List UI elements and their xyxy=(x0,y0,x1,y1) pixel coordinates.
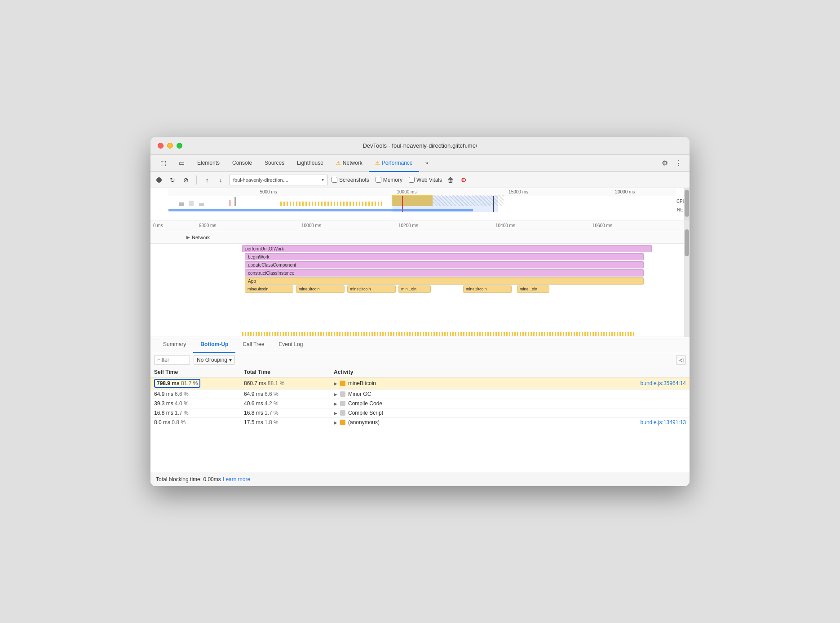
activity-name: Compile Code xyxy=(348,400,382,407)
tab-device[interactable]: ▭ xyxy=(172,155,191,172)
flame-mineBitcoin-4[interactable]: min...oin xyxy=(398,285,431,293)
tab-bar: ⬚ ▭ Elements Console Sources Lighthouse … xyxy=(150,155,690,172)
sub-tab-bar: Summary Bottom-Up Call Tree Event Log xyxy=(150,337,690,353)
expand-icon[interactable]: ▶ xyxy=(334,392,337,397)
memory-input[interactable] xyxy=(376,177,381,183)
capture-settings-icon[interactable]: ⚙ xyxy=(459,175,469,185)
collapse-button[interactable]: ◁ xyxy=(676,355,686,365)
table-row: 39.3 ms 4.0 %40.6 ms 4.2 % ▶ Compile Cod… xyxy=(150,399,690,408)
total-time-cell: 17.5 ms 1.8 % xyxy=(240,418,330,427)
self-time-cell: 798.9 ms 81.7 % xyxy=(150,377,240,390)
bottom-panel: Summary Bottom-Up Call Tree Event Log No… xyxy=(150,337,690,472)
tab-more[interactable]: » xyxy=(419,155,435,172)
activity-name: Compile Script xyxy=(348,410,383,416)
grouping-select[interactable]: No Grouping ▾ xyxy=(194,355,235,365)
more-options-icon[interactable]: ⋮ xyxy=(672,159,686,167)
screenshots-input[interactable] xyxy=(332,177,337,183)
memory-checkbox[interactable]: Memory xyxy=(376,177,402,183)
tab-call-tree[interactable]: Call Tree xyxy=(235,337,271,353)
screenshots-checkbox[interactable]: Screenshots xyxy=(332,177,369,183)
title-bar: DevTools - foul-heavenly-direction.glitc… xyxy=(150,137,690,155)
record-button[interactable] xyxy=(154,175,164,185)
traffic-lights xyxy=(158,143,182,149)
flame-row-5: App xyxy=(150,277,690,285)
tab-console[interactable]: Console xyxy=(226,155,258,172)
expand-icon[interactable]: ▶ xyxy=(334,381,337,386)
reload-button[interactable]: ↻ xyxy=(168,175,177,185)
source-link[interactable]: bundle.js:35964:14 xyxy=(641,380,686,386)
webvitals-input[interactable] xyxy=(409,177,415,183)
tab-elements[interactable]: Elements xyxy=(191,155,226,172)
tab-performance[interactable]: ⚠ Performance xyxy=(369,155,419,172)
flame-constructClassInstance[interactable]: constructClassInstance xyxy=(245,269,644,276)
status-bar: Total blocking time: 0.00ms Learn more xyxy=(150,472,690,486)
time-0ms: 0 ms xyxy=(153,223,163,228)
upload-button[interactable]: ↑ xyxy=(202,175,212,185)
flame-updateClassComponent[interactable]: updateClassComponent xyxy=(245,261,644,268)
time-10000ms: 10000 ms xyxy=(301,223,321,228)
expand-icon[interactable]: ▶ xyxy=(334,420,337,425)
activity-name: (anonymous) xyxy=(348,419,380,426)
tab-network[interactable]: ⚠ Network xyxy=(330,155,369,172)
webvitals-checkbox[interactable]: Web Vitals xyxy=(409,177,442,183)
activity-color-box xyxy=(340,401,345,406)
devtools-window: DevTools - foul-heavenly-direction.glitc… xyxy=(150,137,690,486)
clear-button[interactable]: ⊘ xyxy=(181,175,191,185)
ruler-20000: 20000 ms xyxy=(615,189,635,194)
expand-icon[interactable]: ▶ xyxy=(334,401,337,406)
separator xyxy=(196,175,197,184)
flame-mineBitcoin-3[interactable]: mineBitcoin xyxy=(347,285,396,293)
close-button[interactable] xyxy=(158,143,164,149)
activity-color-box xyxy=(340,391,345,397)
mini-bars xyxy=(242,332,636,336)
maximize-button[interactable] xyxy=(177,143,182,149)
network-expand-icon[interactable]: ▶ xyxy=(186,235,190,240)
col-total-time[interactable]: Total Time xyxy=(240,367,330,377)
tab-cursor[interactable]: ⬚ xyxy=(154,155,172,172)
settings-icon[interactable]: ⚙ xyxy=(658,159,672,167)
activity-cell: ▶ Minor GC xyxy=(330,390,690,399)
flame-row-4: constructClassInstance xyxy=(150,269,690,277)
filter-input[interactable] xyxy=(154,355,190,365)
time-10200ms: 10200 ms xyxy=(398,223,418,228)
flame-row-1: performUnitOfWork xyxy=(150,245,690,253)
col-activity[interactable]: Activity xyxy=(330,367,690,377)
zoomed-scrollbar[interactable] xyxy=(684,220,690,337)
total-time-cell: 16.8 ms 1.7 % xyxy=(240,408,330,418)
flame-App[interactable]: App xyxy=(245,277,644,285)
total-time-cell: 860.7 ms 88.1 % xyxy=(240,377,330,390)
performance-table: Self Time Total Time Activity 798.9 ms 8… xyxy=(150,367,690,427)
status-text: Total blocking time: 0.00ms xyxy=(156,476,221,483)
overview-scrollbar[interactable] xyxy=(684,188,690,220)
tab-event-log[interactable]: Event Log xyxy=(271,337,310,353)
table-row: 64.9 ms 6.6 %64.9 ms 6.6 % ▶ Minor GC xyxy=(150,390,690,399)
grouping-dropdown-icon: ▾ xyxy=(229,357,232,363)
download-button[interactable]: ↓ xyxy=(216,175,225,185)
tab-bottom-up[interactable]: Bottom-Up xyxy=(193,337,235,353)
trash-icon[interactable]: 🗑 xyxy=(446,175,455,185)
activity-cell: ▶ Compile Code xyxy=(330,399,690,408)
activity-cell: ▶ Compile Script xyxy=(330,408,690,418)
activity-color-box xyxy=(340,420,345,425)
flame-beginWork[interactable]: beginWork xyxy=(245,253,644,260)
tab-summary[interactable]: Summary xyxy=(156,337,193,353)
flame-row-6: mineBitcoin mineBitcoin mineBitcoin min.… xyxy=(150,285,690,293)
flame-mineBitcoin-2[interactable]: mineBitcoin xyxy=(296,285,345,293)
url-dropdown-icon[interactable]: ▾ xyxy=(322,177,324,182)
col-self-time[interactable]: Self Time xyxy=(150,367,240,377)
flame-performUnitOfWork[interactable]: performUnitOfWork xyxy=(242,245,652,252)
total-time-cell: 40.6 ms 4.2 % xyxy=(240,399,330,408)
flame-mineBitcoin-5[interactable]: mineBitcoin xyxy=(463,285,512,293)
flame-mineBitcoin-1[interactable]: mineBitcoin xyxy=(245,285,293,293)
tab-sources[interactable]: Sources xyxy=(258,155,291,172)
flame-mineBitcoin-6[interactable]: mine...oin xyxy=(517,285,549,293)
minimize-button[interactable] xyxy=(167,143,173,149)
source-link[interactable]: bundle.js:13491:13 xyxy=(641,419,686,426)
tab-lighthouse[interactable]: Lighthouse xyxy=(291,155,330,172)
time-10400ms: 10400 ms xyxy=(495,223,515,228)
self-time-cell: 39.3 ms 4.0 % xyxy=(150,399,240,408)
expand-icon[interactable]: ▶ xyxy=(334,411,337,416)
learn-more-link[interactable]: Learn more xyxy=(223,476,250,483)
total-time-cell: 64.9 ms 6.6 % xyxy=(240,390,330,399)
toolbar: ↻ ⊘ ↑ ↓ foul-heavenly-direction.... ▾ Sc… xyxy=(150,172,690,188)
